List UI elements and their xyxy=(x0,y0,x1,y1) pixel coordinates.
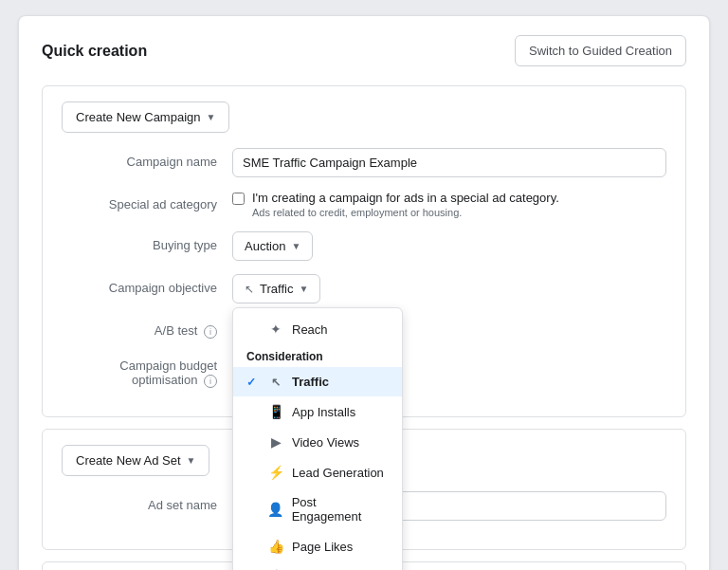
buying-type-caret: ▼ xyxy=(291,241,300,251)
lead-label: Lead Generation xyxy=(292,466,384,480)
special-ad-checkbox[interactable] xyxy=(232,193,245,205)
special-ad-control: I'm creating a campaign for ads in a spe… xyxy=(232,191,666,218)
panel-header: Quick creation Switch to Guided Creation xyxy=(42,35,686,66)
campaign-name-row: Campaign name xyxy=(62,148,666,177)
create-ad-set-caret: ▼ xyxy=(187,455,196,466)
buying-type-value: Auction xyxy=(245,239,285,253)
campaign-name-input[interactable] xyxy=(232,148,666,177)
objective-value: Traffic xyxy=(260,282,293,296)
cursor-icon: ↖ xyxy=(245,283,254,296)
objective-dropdown-menu: ✦ Reach Consideration ✓ ↖ Traffic xyxy=(232,307,403,570)
engagement-icon: 👤 xyxy=(267,502,284,517)
lead-icon: ⚡ xyxy=(267,465,284,480)
app-label: App Installs xyxy=(292,405,355,419)
special-ad-checkbox-sublabel: Ads related to credit, employment or hou… xyxy=(252,207,559,218)
dropdown-item-page-likes[interactable]: 👍 Page Likes xyxy=(233,531,402,561)
create-ad-set-button[interactable]: Create New Ad Set ▼ xyxy=(62,445,209,476)
create-campaign-label: Create New Campaign xyxy=(76,110,201,124)
campaign-objective-label: Campaign objective xyxy=(62,274,232,295)
campaign-section: Create New Campaign ▼ Campaign name Spec… xyxy=(42,85,686,417)
likes-icon: 👍 xyxy=(267,539,284,554)
dropdown-item-reach[interactable]: ✦ Reach xyxy=(233,314,402,344)
create-ad-set-label: Create New Ad Set xyxy=(76,453,181,468)
buying-type-row: Buying type Auction ▼ xyxy=(62,231,666,261)
dropdown-item-traffic[interactable]: ✓ ↖ Traffic xyxy=(233,367,402,396)
create-campaign-button[interactable]: Create New Campaign ▼ xyxy=(62,101,229,133)
special-ad-text: I'm creating a campaign for ads in a spe… xyxy=(252,191,559,218)
traffic-check: ✓ xyxy=(246,376,260,389)
objective-wrapper: ↖ Traffic ▼ ✦ Reach Consideratio xyxy=(232,274,320,303)
quick-creation-panel: Quick creation Switch to Guided Creation… xyxy=(18,15,710,570)
campaign-name-label: Campaign name xyxy=(62,148,232,169)
engagement-label: Post Engagement xyxy=(292,495,389,524)
special-ad-label: Special ad category xyxy=(62,191,232,211)
buying-type-label: Buying type xyxy=(62,231,232,252)
panel-title: Quick creation xyxy=(42,43,147,60)
traffic-icon: ↖ xyxy=(267,376,284,389)
ab-test-info-icon[interactable]: i xyxy=(204,325,217,339)
video-label: Video Views xyxy=(292,435,359,450)
create-campaign-caret: ▼ xyxy=(207,112,216,122)
campaign-budget-label: Campaign budget optimisation i xyxy=(62,352,232,388)
special-ad-category-row: Special ad category I'm creating a campa… xyxy=(62,191,666,218)
buying-type-select[interactable]: Auction ▼ xyxy=(232,231,313,261)
special-ad-checkbox-row: I'm creating a campaign for ads in a spe… xyxy=(232,191,666,218)
traffic-label: Traffic xyxy=(292,375,329,389)
objective-caret: ▼ xyxy=(299,284,308,294)
campaign-objective-button[interactable]: ↖ Traffic ▼ xyxy=(232,274,320,303)
dropdown-item-app-installs[interactable]: 📱 App Installs xyxy=(233,396,402,427)
campaign-name-control xyxy=(232,148,666,177)
dropdown-item-video-views[interactable]: ▶ Video Views xyxy=(233,427,402,457)
campaign-objective-control: ↖ Traffic ▼ ✦ Reach Consideratio xyxy=(232,274,666,303)
switch-to-guided-button[interactable]: Switch to Guided Creation xyxy=(515,35,686,66)
video-icon: ▶ xyxy=(267,434,284,450)
budget-info-icon[interactable]: i xyxy=(204,375,217,388)
likes-label: Page Likes xyxy=(292,540,353,554)
consideration-header: Consideration xyxy=(233,344,402,367)
dropdown-item-event-responses[interactable]: 📋 Event Responses xyxy=(233,561,402,570)
reach-icon: ✦ xyxy=(267,322,284,337)
dropdown-item-post-engagement[interactable]: 👤 Post Engagement xyxy=(233,487,402,531)
reach-label: Reach xyxy=(292,322,328,337)
dropdown-item-lead-generation[interactable]: ⚡ Lead Generation xyxy=(233,457,402,487)
ab-test-label: A/B test i xyxy=(62,317,232,339)
buying-type-control: Auction ▼ xyxy=(232,231,666,261)
special-ad-checkbox-label: I'm creating a campaign for ads in a spe… xyxy=(252,191,559,205)
app-icon: 📱 xyxy=(267,404,284,419)
campaign-objective-row: Campaign objective ↖ Traffic ▼ ✦ xyxy=(62,274,666,303)
ad-set-name-label: Ad set name xyxy=(62,491,232,512)
